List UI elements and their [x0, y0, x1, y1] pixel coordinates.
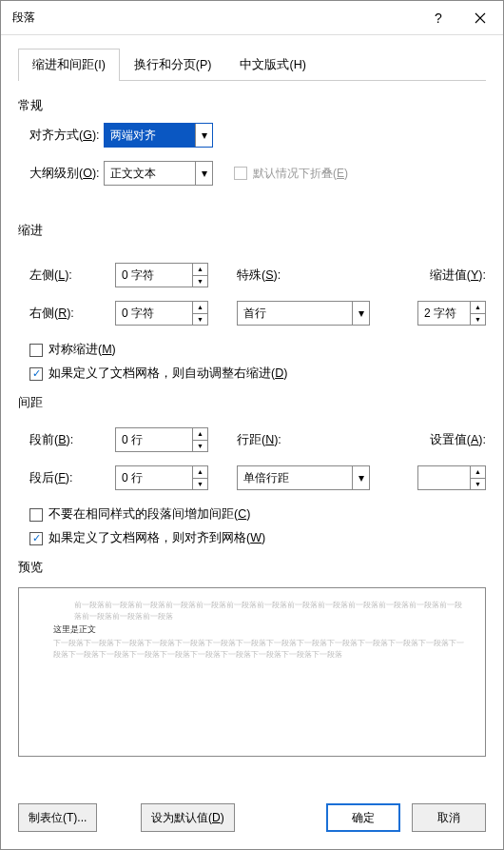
paragraph-dialog: 段落 ? 缩进和间距(I) 换行和分页(P) 中文版式(H) 常规 对齐方式(G…: [0, 0, 504, 850]
alignment-label: 对齐方式(G):: [18, 128, 104, 144]
space-after-label: 段后(F):: [18, 470, 115, 486]
line-spacing-select[interactable]: 单倍行距 ▾: [237, 465, 370, 490]
tab-indent-spacing[interactable]: 缩进和间距(I): [18, 49, 120, 81]
spinner-buttons[interactable]: ▲▼: [470, 466, 485, 489]
help-button[interactable]: ?: [417, 3, 459, 33]
indent-by-spinner[interactable]: 2 字符 ▲▼: [417, 301, 486, 326]
line-spacing-label: 行距(N):: [237, 432, 307, 448]
snap-grid-checkbox[interactable]: [29, 532, 43, 545]
special-select[interactable]: 首行 ▾: [237, 301, 370, 326]
auto-adjust-label: 如果定义了文档网格，则自动调整右缩进(D): [48, 366, 287, 382]
spinner-buttons[interactable]: ▲▼: [192, 302, 207, 325]
tab-asian[interactable]: 中文版式(H): [225, 49, 320, 81]
section-general-label: 常规: [18, 98, 486, 114]
spinner-buttons[interactable]: ▲▼: [192, 264, 207, 287]
set-default-button[interactable]: 设为默认值(D): [141, 803, 235, 832]
preview-box: 前一段落前一段落前一段落前一段落前一段落前一段落前一段落前一段落前一段落前一段落…: [18, 587, 486, 757]
tabs-button[interactable]: 制表位(T)...: [18, 803, 97, 832]
spinner-buttons[interactable]: ▲▼: [192, 466, 207, 489]
close-button[interactable]: [459, 3, 501, 33]
chevron-down-icon: ▾: [352, 302, 369, 325]
section-preview-label: 预览: [18, 560, 486, 576]
mirror-indent-label: 对称缩进(M): [48, 342, 116, 358]
footer-buttons: 制表位(T)... 设为默认值(D) 确定 取消: [1, 792, 503, 849]
no-space-same-style-checkbox[interactable]: [29, 508, 43, 522]
special-label: 特殊(S):: [237, 267, 307, 284]
tab-line-page[interactable]: 换行和分页(P): [120, 49, 226, 81]
cancel-button[interactable]: 取消: [412, 803, 486, 832]
no-space-same-style-label: 不要在相同样式的段落间增加间距(C): [48, 506, 250, 523]
chevron-down-icon: ▾: [352, 466, 369, 489]
dialog-content: 缩进和间距(I) 换行和分页(P) 中文版式(H) 常规 对齐方式(G): 两端…: [1, 35, 503, 792]
chevron-down-icon: ▾: [195, 162, 212, 185]
chevron-down-icon: ▾: [195, 124, 212, 147]
titlebar: 段落 ?: [1, 1, 503, 35]
auto-adjust-checkbox[interactable]: [29, 367, 43, 381]
indent-left-label: 左侧(L):: [18, 267, 115, 284]
space-after-spinner[interactable]: 0 行 ▲▼: [115, 465, 208, 490]
indent-left-spinner[interactable]: 0 字符 ▲▼: [115, 263, 208, 287]
section-spacing-label: 间距: [18, 395, 486, 411]
collapse-checkbox: [234, 167, 247, 180]
section-indent-label: 缩进: [18, 223, 486, 239]
indent-right-label: 右侧(R):: [18, 306, 115, 322]
alignment-select[interactable]: 两端对齐 ▾: [104, 123, 213, 148]
at-spinner[interactable]: ▲▼: [417, 465, 486, 490]
outline-label: 大纲级别(O):: [18, 166, 104, 182]
indent-by-label: 缩进值(Y):: [430, 267, 486, 284]
tab-bar: 缩进和间距(I) 换行和分页(P) 中文版式(H): [18, 49, 486, 81]
mirror-indent-checkbox[interactable]: [29, 344, 43, 357]
collapse-label: 默认情况下折叠(E): [253, 166, 348, 182]
at-label: 设置值(A):: [430, 432, 486, 448]
indent-right-spinner[interactable]: 0 字符 ▲▼: [115, 301, 208, 326]
spinner-buttons[interactable]: ▲▼: [192, 428, 207, 451]
preview-prev-text: 前一段落前一段落前一段落前一段落前一段落前一段落前一段落前一段落前一段落前一段落…: [36, 600, 468, 622]
space-before-spinner[interactable]: 0 行 ▲▼: [115, 427, 208, 452]
snap-grid-label: 如果定义了文档网格，则对齐到网格(W): [48, 530, 265, 546]
close-icon: [475, 12, 486, 24]
preview-next-text: 下一段落下一段落下一段落下一段落下一段落下一段落下一段落下一段落下一段落下一段落…: [36, 638, 468, 660]
spinner-buttons[interactable]: ▲▼: [470, 302, 485, 325]
preview-body-text: 这里是正文: [36, 623, 468, 636]
window-title: 段落: [12, 10, 417, 26]
ok-button[interactable]: 确定: [326, 803, 400, 832]
space-before-label: 段前(B):: [18, 432, 115, 448]
outline-select[interactable]: 正文文本 ▾: [104, 161, 213, 186]
